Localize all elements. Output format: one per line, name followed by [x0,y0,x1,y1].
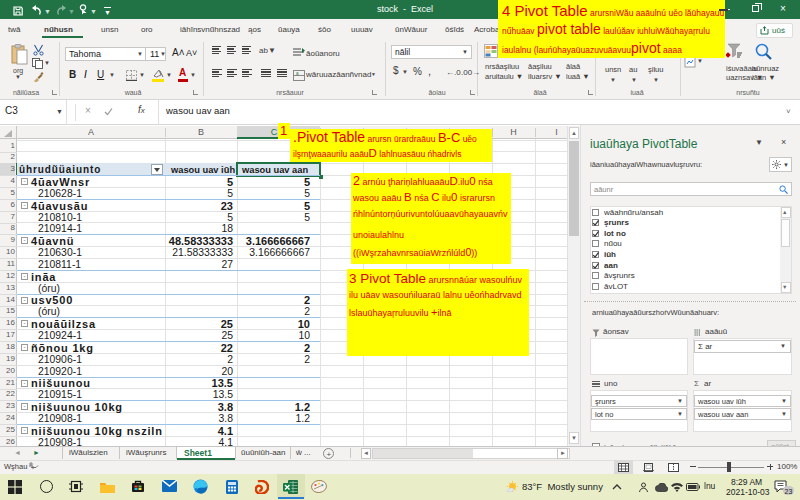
svg-text:a: a [296,71,299,76]
